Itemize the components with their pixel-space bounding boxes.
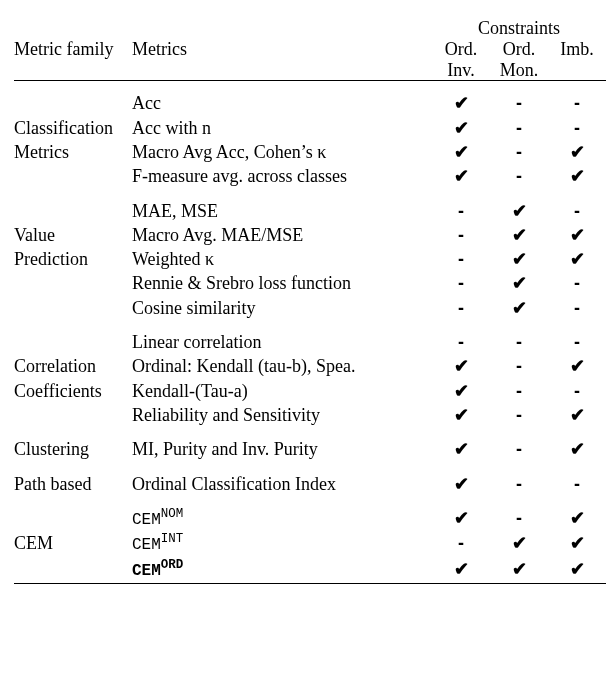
table-row: Linear correlation--- — [14, 330, 606, 354]
constraint-cell: - — [490, 140, 548, 164]
metric-cell: Acc with n — [132, 116, 432, 140]
header-constraints: Constraints — [432, 18, 606, 39]
constraint-cell: ✔ — [490, 531, 548, 557]
family-cell — [14, 330, 132, 354]
constraint-cell: ✔ — [432, 354, 490, 378]
header-imb: Imb. — [548, 39, 606, 81]
family-cell — [14, 557, 132, 583]
header-family: Metric family — [14, 18, 132, 81]
family-cell: Metrics — [14, 140, 132, 164]
constraint-cell: ✔ — [548, 437, 606, 461]
family-cell — [14, 91, 132, 115]
family-cell: Classification — [14, 116, 132, 140]
constraint-cell: - — [548, 91, 606, 115]
table-row: CEMNOM✔-✔ — [14, 506, 606, 532]
metric-cell: Weighted κ — [132, 247, 432, 271]
constraint-cell: ✔ — [490, 223, 548, 247]
table-row: Reliability and Sensitivity✔-✔ — [14, 403, 606, 427]
constraint-cell: ✔ — [548, 531, 606, 557]
constraint-cell: ✔ — [548, 247, 606, 271]
metric-cell: Ordinal: Kendall (tau-b), Spea. — [132, 354, 432, 378]
constraint-cell: - — [548, 472, 606, 496]
constraint-cell: ✔ — [432, 472, 490, 496]
family-cell: Coefficients — [14, 379, 132, 403]
header-ord-inv: Ord.Inv. — [432, 39, 490, 81]
constraint-cell: - — [432, 296, 490, 320]
table-header: Metric family Metrics Constraints Ord.In… — [14, 18, 606, 81]
table-row: Acc✔-- — [14, 91, 606, 115]
constraint-cell: - — [432, 330, 490, 354]
metric-cell: F-measure avg. across classes — [132, 164, 432, 188]
table: Metric family Metrics Constraints Ord.In… — [14, 18, 606, 584]
constraint-cell: - — [490, 472, 548, 496]
constraint-cell: - — [490, 379, 548, 403]
header-ord-mon: Ord.Mon. — [490, 39, 548, 81]
table-row: Cosine similarity-✔- — [14, 296, 606, 320]
table-row: ClusteringMI, Purity and Inv. Purity✔-✔ — [14, 437, 606, 461]
constraint-cell: - — [548, 379, 606, 403]
metric-cell: Macro Avg. MAE/MSE — [132, 223, 432, 247]
metric-cell: Ordinal Classification Index — [132, 472, 432, 496]
metric-cell: MI, Purity and Inv. Purity — [132, 437, 432, 461]
constraint-cell: - — [548, 116, 606, 140]
family-cell: Path based — [14, 472, 132, 496]
table-row: Path basedOrdinal Classification Index✔-… — [14, 472, 606, 496]
constraint-cell: ✔ — [432, 379, 490, 403]
metric-cell: Acc — [132, 91, 432, 115]
metric-cell: Linear correlation — [132, 330, 432, 354]
constraint-cell: ✔ — [548, 223, 606, 247]
table-body: Acc✔--ClassificationAcc with n✔--Metrics… — [14, 81, 606, 583]
constraint-cell: - — [490, 437, 548, 461]
family-cell — [14, 199, 132, 223]
constraint-cell: ✔ — [490, 199, 548, 223]
metric-cell: Reliability and Sensitivity — [132, 403, 432, 427]
constraint-cell: - — [490, 91, 548, 115]
constraint-cell: - — [432, 271, 490, 295]
table-row: CEMORD✔✔✔ — [14, 557, 606, 583]
metric-cell: CEMORD — [132, 557, 432, 583]
constraint-cell: - — [548, 330, 606, 354]
family-cell: Prediction — [14, 247, 132, 271]
constraint-cell: - — [432, 531, 490, 557]
family-cell — [14, 506, 132, 532]
table-row: ClassificationAcc with n✔-- — [14, 116, 606, 140]
constraint-cell: - — [432, 247, 490, 271]
constraint-cell: - — [490, 403, 548, 427]
constraint-cell: ✔ — [548, 354, 606, 378]
constraint-cell: - — [490, 116, 548, 140]
metric-cell: Kendall-(Tau-a) — [132, 379, 432, 403]
constraint-cell: ✔ — [490, 247, 548, 271]
family-cell: Clustering — [14, 437, 132, 461]
table-row: ValueMacro Avg. MAE/MSE-✔✔ — [14, 223, 606, 247]
constraint-cell: - — [490, 506, 548, 532]
table-row: MAE, MSE-✔- — [14, 199, 606, 223]
table-row: CoefficientsKendall-(Tau-a)✔-- — [14, 379, 606, 403]
constraint-cell: - — [432, 199, 490, 223]
family-cell — [14, 296, 132, 320]
table-row: F-measure avg. across classes✔-✔ — [14, 164, 606, 188]
family-cell: Correlation — [14, 354, 132, 378]
family-cell — [14, 271, 132, 295]
constraint-cell: - — [548, 199, 606, 223]
constraint-cell: ✔ — [490, 271, 548, 295]
constraint-cell: - — [548, 296, 606, 320]
metric-cell: MAE, MSE — [132, 199, 432, 223]
constraint-cell: ✔ — [548, 506, 606, 532]
family-cell — [14, 164, 132, 188]
constraint-cell: ✔ — [548, 164, 606, 188]
table-row: PredictionWeighted κ-✔✔ — [14, 247, 606, 271]
constraint-cell: ✔ — [432, 116, 490, 140]
constraint-cell: - — [490, 330, 548, 354]
metric-cell: Cosine similarity — [132, 296, 432, 320]
constraint-cell: ✔ — [432, 403, 490, 427]
constraint-cell: ✔ — [548, 140, 606, 164]
table-row: Rennie & Srebro loss function-✔- — [14, 271, 606, 295]
constraint-cell: - — [548, 271, 606, 295]
metric-cell: Macro Avg Acc, Cohen’s κ — [132, 140, 432, 164]
constraint-cell: - — [432, 223, 490, 247]
constraint-cell: ✔ — [432, 91, 490, 115]
constraint-cell: ✔ — [432, 164, 490, 188]
constraint-cell: - — [490, 354, 548, 378]
constraint-cell: ✔ — [432, 140, 490, 164]
constraint-cell: - — [490, 164, 548, 188]
